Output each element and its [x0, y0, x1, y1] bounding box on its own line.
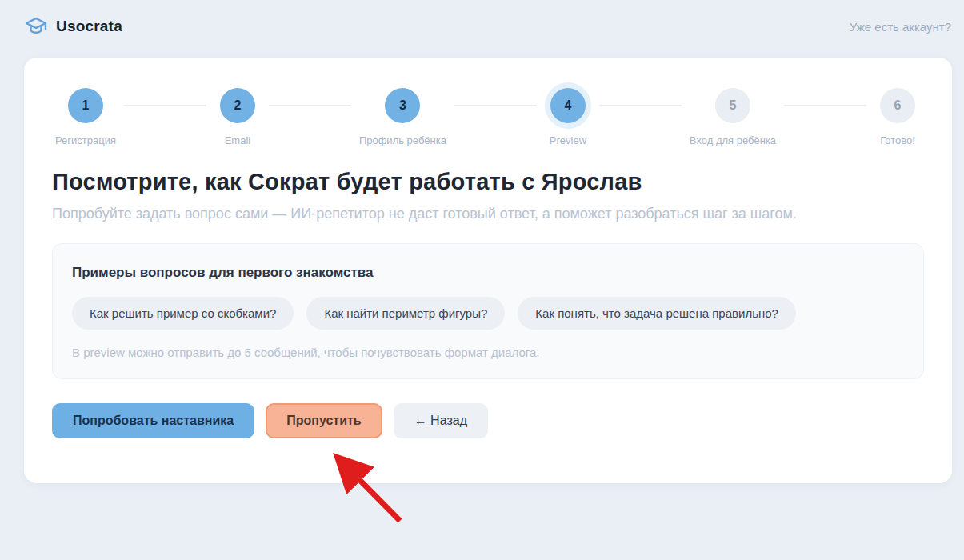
step-label: Email	[225, 134, 251, 146]
graduation-cap-icon	[24, 16, 48, 37]
step-label: Preview	[550, 134, 586, 146]
step-connector	[784, 105, 866, 106]
examples-title: Примеры вопросов для первого знакомства	[72, 265, 904, 281]
example-chip-brackets[interactable]: Как решить пример со скобками?	[72, 297, 294, 330]
brand-logo[interactable]: Usocrata	[24, 16, 122, 37]
examples-note: В preview можно отправить до 5 сообщений…	[72, 346, 904, 359]
step-label: Регистрация	[55, 134, 116, 146]
step-circle: 5	[715, 88, 750, 123]
step-label: Вход для ребёнка	[690, 134, 776, 146]
back-button[interactable]: ← Назад	[394, 403, 488, 438]
step-connector	[599, 105, 682, 106]
try-mentor-button[interactable]: Попробовать наставника	[52, 403, 254, 438]
step-connector	[454, 105, 537, 106]
step-circle: 6	[880, 88, 915, 123]
actions-row: Попробовать наставника Пропустить ← Наза…	[52, 403, 924, 438]
header: Usocrata Уже есть аккаунт?	[0, 0, 964, 53]
page-subtitle: Попробуйте задать вопрос сами — ИИ-репет…	[52, 206, 924, 222]
step-connector	[124, 105, 206, 106]
step-preview: 4 Preview	[545, 88, 591, 146]
example-chip-perimeter[interactable]: Как найти периметр фигуры?	[306, 297, 505, 330]
step-label: Готово!	[880, 134, 915, 146]
step-child-profile: 3 Профиль ребёнка	[359, 88, 446, 146]
onboarding-card: 1 Регистрация 2 Email 3 Профиль ребёнка …	[24, 58, 952, 483]
step-registration: 1 Регистрация	[55, 88, 116, 146]
step-connector	[269, 105, 351, 106]
login-link[interactable]: Уже есть аккаунт?	[850, 20, 951, 34]
step-done: 6 Готово!	[874, 88, 921, 146]
example-chip-check-solution[interactable]: Как понять, что задача решена правильно?	[518, 297, 796, 330]
step-label: Профиль ребёнка	[359, 134, 446, 146]
step-circle: 2	[220, 88, 255, 123]
example-chips: Как решить пример со скобками? Как найти…	[72, 297, 904, 330]
stepper: 1 Регистрация 2 Email 3 Профиль ребёнка …	[52, 88, 924, 146]
step-circle: 4	[550, 88, 586, 123]
step-child-login: 5 Вход для ребёнка	[690, 88, 776, 146]
page-title: Посмотрите, как Сократ будет работать с …	[52, 169, 924, 195]
brand-name: Usocrata	[56, 18, 122, 35]
step-circle: 3	[385, 88, 420, 123]
skip-button[interactable]: Пропустить	[266, 403, 382, 438]
step-email: 2 Email	[214, 88, 261, 146]
step-circle: 1	[68, 88, 103, 123]
examples-panel: Примеры вопросов для первого знакомства …	[52, 243, 924, 379]
